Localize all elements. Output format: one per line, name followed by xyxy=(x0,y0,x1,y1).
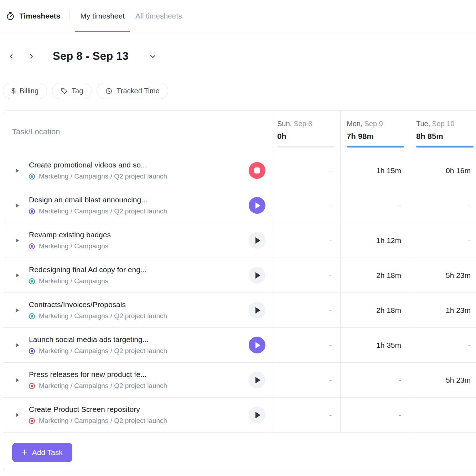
time-cell[interactable]: 5h 23m xyxy=(410,258,476,293)
expand-chevron-icon[interactable] xyxy=(15,203,20,208)
day-total: 0h xyxy=(277,132,336,141)
tracked-time-filter-chip[interactable]: Tracked Time xyxy=(97,83,168,99)
time-cell[interactable]: - xyxy=(410,188,476,223)
time-cell[interactable] xyxy=(410,398,476,433)
time-cell[interactable]: - xyxy=(271,258,340,293)
timer-play-button[interactable] xyxy=(249,232,265,249)
tab-all-timesheets[interactable]: All timesheets xyxy=(130,0,187,32)
time-cell[interactable]: - xyxy=(271,223,340,258)
time-cell[interactable]: 2h 18m xyxy=(340,293,410,328)
timer-play-button[interactable] xyxy=(249,337,265,353)
time-cell[interactable]: - xyxy=(271,293,340,328)
day-column-header-sun: Sun,Sep 8 0h xyxy=(271,111,340,153)
task-title[interactable]: Create promotional videos and so... xyxy=(29,161,249,169)
status-icon xyxy=(29,418,35,424)
task-title[interactable]: Design an email blast announcing... xyxy=(29,196,249,204)
day-date: Sep 9 xyxy=(364,120,383,128)
time-cell[interactable]: - xyxy=(410,223,476,258)
add-task-button[interactable]: + Add Task xyxy=(12,443,72,462)
divider xyxy=(69,11,70,21)
task-title[interactable]: Press releases for new product fe... xyxy=(29,370,249,379)
expand-chevron-icon[interactable] xyxy=(15,238,20,243)
status-icon xyxy=(29,174,35,180)
play-icon xyxy=(255,412,260,418)
status-icon xyxy=(29,208,35,214)
clock-icon xyxy=(105,87,113,95)
timer-play-button[interactable] xyxy=(249,407,265,423)
add-task-label: Add Task xyxy=(32,448,63,457)
expand-chevron-icon[interactable] xyxy=(15,378,20,383)
play-icon xyxy=(255,202,260,209)
time-cell[interactable]: - xyxy=(410,328,476,363)
time-cell[interactable]: 1h 35m xyxy=(340,328,410,363)
expand-chevron-icon[interactable] xyxy=(15,308,20,313)
task-column-header: Task/Location xyxy=(3,111,271,153)
time-cell[interactable]: - xyxy=(271,188,340,223)
time-cell[interactable]: 1h 15m xyxy=(340,153,410,188)
task-title[interactable]: Create Product Screen repository xyxy=(29,405,249,414)
task-location: Marketing / Campaigns / Q2 project launc… xyxy=(39,312,167,320)
tag-icon xyxy=(61,87,68,94)
time-cell[interactable]: 2h 18m xyxy=(340,258,410,293)
table-row[interactable]: Redesigning final Ad copy for eng... Mar… xyxy=(3,258,271,293)
time-cell[interactable]: - xyxy=(340,188,410,223)
billing-filter-chip[interactable]: $ Billing xyxy=(3,83,47,99)
play-icon xyxy=(255,342,260,348)
time-cell[interactable]: - xyxy=(340,398,410,433)
prev-week-button[interactable] xyxy=(6,51,16,61)
timesheet-grid: Task/Location Sun,Sep 8 0h Mon,Sep 9 7h … xyxy=(3,111,476,433)
task-title[interactable]: Revamp existing badges xyxy=(29,231,249,239)
table-row[interactable]: Launch social media ads targeting... Mar… xyxy=(3,328,271,363)
billing-filter-label: Billing xyxy=(20,87,38,95)
day-name: Tue, xyxy=(416,120,430,128)
table-row[interactable]: Create Product Screen repository Marketi… xyxy=(3,398,271,433)
time-cell[interactable]: - xyxy=(271,398,340,433)
tracked-time-filter-label: Tracked Time xyxy=(117,87,159,95)
timer-play-button[interactable] xyxy=(249,267,265,284)
time-cell[interactable]: - xyxy=(271,153,340,188)
table-row[interactable]: Design an email blast announcing... Mark… xyxy=(3,188,271,223)
next-week-button[interactable] xyxy=(26,51,36,61)
day-date: Sep 10 xyxy=(432,120,454,128)
stopwatch-icon xyxy=(6,11,15,21)
time-cell[interactable]: 0h 16m xyxy=(410,153,476,188)
task-title[interactable]: Launch social media ads targeting... xyxy=(29,335,249,344)
day-total: 8h 85m xyxy=(416,132,475,141)
day-name: Sun, xyxy=(277,120,292,128)
task-location: Marketing / Campaigns / Q2 project launc… xyxy=(39,382,167,390)
tag-filter-chip[interactable]: Tag xyxy=(52,83,92,99)
time-cell[interactable]: - xyxy=(340,363,410,398)
status-icon xyxy=(29,278,35,284)
time-cell[interactable]: - xyxy=(271,328,340,363)
task-location: Marketing / Campaigns xyxy=(39,242,108,250)
tab-my-timesheet[interactable]: My timesheet xyxy=(75,0,130,32)
expand-chevron-icon[interactable] xyxy=(15,343,20,348)
timer-play-button[interactable] xyxy=(249,372,265,388)
time-cell[interactable]: - xyxy=(271,363,340,398)
app-brand: Timesheets xyxy=(6,11,60,21)
timesheet-tabs: My timesheet All timesheets xyxy=(75,0,187,32)
table-row[interactable]: Press releases for new product fe... Mar… xyxy=(3,363,271,398)
date-range-dropdown[interactable] xyxy=(147,51,159,62)
expand-chevron-icon[interactable] xyxy=(15,413,20,418)
task-location: Marketing / Campaigns xyxy=(39,277,108,285)
time-cell[interactable]: 1h 12m xyxy=(340,223,410,258)
timer-stop-button[interactable] xyxy=(249,162,265,179)
plus-icon: + xyxy=(22,447,27,457)
task-title[interactable]: Redesigning final Ad copy for eng... xyxy=(29,265,249,274)
table-row[interactable]: Create promotional videos and so... Mark… xyxy=(3,153,271,188)
table-row[interactable]: Contracts/Invoices/Proposals Marketing /… xyxy=(3,293,271,328)
expand-chevron-icon[interactable] xyxy=(15,168,20,173)
play-icon xyxy=(255,307,260,314)
task-location: Marketing / Campaigns / Q2 project launc… xyxy=(39,172,167,180)
expand-chevron-icon[interactable] xyxy=(15,273,20,278)
app-title: Timesheets xyxy=(19,12,60,20)
task-title[interactable]: Contracts/Invoices/Proposals xyxy=(29,300,249,309)
timer-play-button[interactable] xyxy=(249,302,265,319)
time-cell[interactable]: 5h 23m xyxy=(410,363,476,398)
timer-play-button[interactable] xyxy=(249,197,265,214)
day-total: 7h 98m xyxy=(347,132,405,141)
chevron-right-icon xyxy=(28,53,35,60)
table-row[interactable]: Revamp existing badges Marketing / Campa… xyxy=(3,223,271,258)
time-cell[interactable]: 1h 23m xyxy=(410,293,476,328)
